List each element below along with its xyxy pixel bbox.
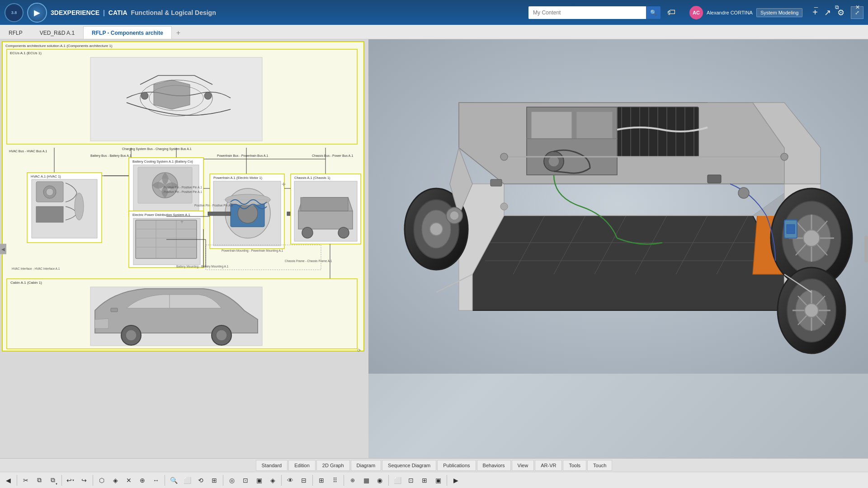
- bottom-tab-arvr[interactable]: AR-VR: [535, 460, 562, 471]
- tool-func[interactable]: ▦: [360, 474, 373, 487]
- bottom-tab-view[interactable]: View: [512, 460, 534, 471]
- 3d-view-panel[interactable]: [368, 39, 868, 458]
- copy-button[interactable]: ⧉: [33, 474, 46, 487]
- tabs-bar: RFLP VED_R&D A.1 RFLP - Components archi…: [0, 25, 868, 39]
- tool-eye[interactable]: 👁: [284, 474, 297, 487]
- minimize-button[interactable]: ─: [806, 0, 826, 14]
- tool-display2[interactable]: ⊡: [239, 474, 252, 487]
- bottom-tab-diagram[interactable]: Diagram: [351, 460, 382, 471]
- tab-add-button[interactable]: +: [172, 27, 185, 39]
- svg-rect-78: [206, 245, 321, 270]
- sep4: [165, 475, 165, 486]
- right-panel-handle[interactable]: [864, 235, 868, 263]
- tool-move2[interactable]: ⊕: [346, 474, 359, 487]
- tool-display3[interactable]: ▣: [253, 474, 265, 487]
- sep8: [344, 475, 344, 486]
- search-input[interactable]: [528, 6, 646, 19]
- avatar: AC: [689, 6, 703, 19]
- svg-text:Powertrain A.1 (Electric Motor: Powertrain A.1 (Electric Motor 1): [213, 176, 262, 180]
- tab-ved-rnd[interactable]: VED_R&D A.1: [31, 26, 83, 39]
- svg-rect-132: [576, 112, 613, 139]
- tool-dots[interactable]: ⠿: [329, 474, 341, 487]
- bottom-toolbar-tabs: Standard Edition 2D Graph Diagram Sequen…: [0, 458, 868, 472]
- tool-snap[interactable]: ◉: [373, 474, 386, 487]
- tool-display1[interactable]: ◎: [226, 474, 238, 487]
- svg-text:Positive Pin - Positive Pin A.: Positive Pin - Positive Pin A.1: [164, 186, 202, 189]
- bottom-tab-behaviors[interactable]: Behaviors: [477, 460, 511, 471]
- svg-point-120: [430, 223, 443, 235]
- collapse-arrow: ◀: [1, 246, 5, 251]
- sep6: [281, 475, 282, 486]
- bottom-tab-2dgraph[interactable]: 2D Graph: [316, 460, 350, 471]
- paste-button[interactable]: ⧉▼: [47, 474, 59, 487]
- left-panel-collapse[interactable]: ◀: [0, 244, 6, 254]
- svg-text:Positive Pin - Positive Pin A.: Positive Pin - Positive Pin A.1: [194, 204, 233, 207]
- view-tool2[interactable]: ◈: [109, 474, 122, 487]
- undo-button[interactable]: ↩▼: [64, 474, 77, 487]
- svg-point-86: [126, 330, 137, 341]
- sep7: [312, 475, 313, 486]
- svg-text:HVAC Bus - HVAC Bus A.1: HVAC Bus - HVAC Bus A.1: [9, 150, 47, 153]
- tool-move[interactable]: ⊞: [208, 474, 221, 487]
- tool-filter[interactable]: ⊟: [297, 474, 310, 487]
- svg-text:Powertrain Bus - Powertrain Bu: Powertrain Bus - Powertrain Bus A.1: [217, 154, 268, 157]
- svg-text:+: +: [180, 219, 184, 225]
- bottom-tab-publications[interactable]: Publications: [437, 460, 476, 471]
- tool-arrange[interactable]: ▣: [432, 474, 444, 487]
- bottom-tab-standard[interactable]: Standard: [256, 460, 288, 471]
- view-tool3[interactable]: ✕: [123, 474, 135, 487]
- toolbar-expand-right[interactable]: ▶: [449, 474, 462, 487]
- svg-text:Cabin A.1 (Cabin 1): Cabin A.1 (Cabin 1): [10, 281, 42, 285]
- role-selector[interactable]: System Modeling: [756, 8, 802, 17]
- bottom-tab-touch[interactable]: Touch: [587, 460, 612, 471]
- restore-button[interactable]: ⧉: [826, 0, 847, 14]
- view-tool1[interactable]: ⬡: [95, 474, 108, 487]
- bookmark-icon[interactable]: 🏷: [664, 6, 679, 19]
- svg-text:Chassis A.1 (Chassis 1): Chassis A.1 (Chassis 1): [294, 176, 330, 180]
- search-button[interactable]: 🔍: [646, 6, 660, 19]
- tool-func2[interactable]: ⊡: [405, 474, 417, 487]
- svg-text:HVAC A.1 (HVAC 1): HVAC A.1 (HVAC 1): [31, 174, 61, 178]
- svg-text:Charging System Bus - Charging: Charging System Bus - Charging System Bu…: [122, 147, 192, 151]
- cut-button[interactable]: ✂: [19, 474, 32, 487]
- logo-area: 3.8 ▶ 3DEXPERIENCE | CATIA Functional & …: [5, 3, 216, 23]
- diagram-container[interactable]: Components architecture solution A.1 (Co…: [0, 39, 368, 458]
- module-name: Functional & Logical Design: [131, 9, 216, 16]
- tool-grid[interactable]: ⊞: [315, 474, 328, 487]
- svg-text:HVAC Interface - HVAC Interfac: HVAC Interface - HVAC Interface A.1: [12, 267, 60, 270]
- tool-display4[interactable]: ◈: [266, 474, 279, 487]
- view-tool4[interactable]: ⊕: [136, 474, 149, 487]
- close-button[interactable]: ✕: [847, 0, 868, 14]
- toolbar-expand-left[interactable]: ◀: [2, 474, 14, 487]
- bottom-tab-edition[interactable]: Edition: [288, 460, 316, 471]
- topbar: 3.8 ▶ 3DEXPERIENCE | CATIA Functional & …: [0, 0, 868, 25]
- svg-rect-144: [491, 179, 502, 186]
- logo-3dx: 3.8: [5, 3, 24, 22]
- svg-rect-131: [531, 112, 572, 139]
- bottom-tab-sequence[interactable]: Sequence Diagram: [382, 460, 436, 471]
- content-area: Components architecture solution A.1 (Co…: [0, 39, 868, 458]
- view-tool5[interactable]: ↔: [150, 474, 162, 487]
- tab-rflp-comp[interactable]: RFLP - Components archite: [83, 26, 172, 39]
- bottom-tab-tools[interactable]: Tools: [563, 460, 586, 471]
- tab-rflp[interactable]: RFLP: [0, 26, 31, 39]
- redo-button[interactable]: ↪: [78, 474, 90, 487]
- svg-point-141: [781, 153, 788, 160]
- tool-box2[interactable]: ⬜: [391, 474, 404, 487]
- tool-search[interactable]: 🔍: [167, 474, 180, 487]
- window-controls: ─ ⧉ ✕: [806, 0, 868, 14]
- tool-rotate[interactable]: ⟲: [194, 474, 207, 487]
- svg-text:Components architecture soluti: Components architecture solution A.1 (Co…: [5, 44, 113, 48]
- play-button[interactable]: ▶: [27, 3, 47, 23]
- tool-align[interactable]: ⊞: [418, 474, 431, 487]
- tool-box[interactable]: ⬜: [181, 474, 193, 487]
- svg-rect-30: [36, 206, 63, 222]
- svg-point-134: [548, 156, 559, 167]
- toolbar-row: ◀ ✂ ⧉ ⧉▼ ↩▼ ↪ ⬡ ◈ ✕ ⊕ ↔ 🔍 ⬜ ⟲ ⊞ ◎ ⊡ ▣ ◈ …: [0, 472, 868, 488]
- svg-text:⟳: ⟳: [357, 348, 361, 353]
- svg-point-11: [204, 92, 212, 99]
- sep3: [93, 475, 93, 486]
- sep10: [447, 475, 447, 486]
- diagram-svg: Components architecture solution A.1 (Co…: [0, 39, 366, 353]
- svg-point-10: [141, 92, 148, 99]
